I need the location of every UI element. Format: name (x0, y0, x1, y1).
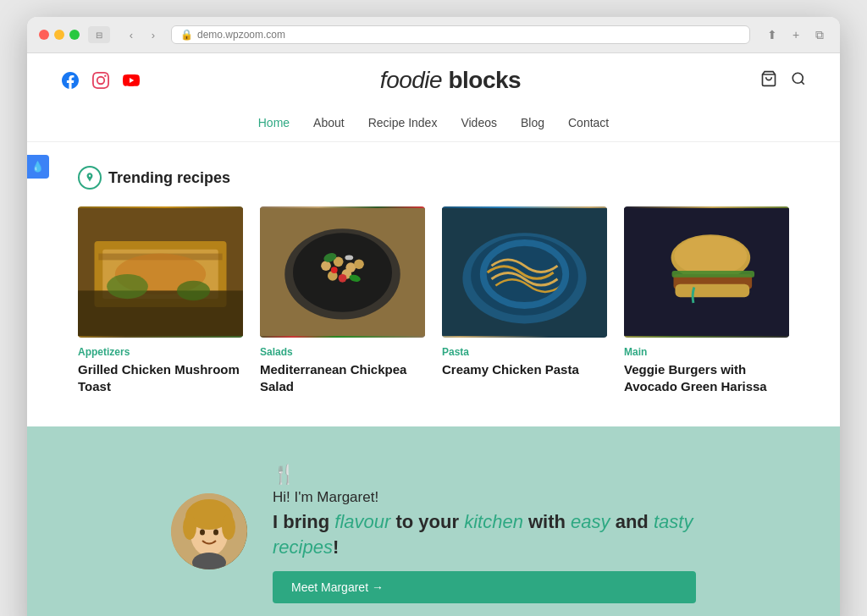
address-bar[interactable]: 🔒 demo.wpzoom.com (171, 25, 750, 44)
maximize-button[interactable] (69, 30, 80, 40)
browser-nav: ‹ › (122, 26, 163, 43)
page-content: 💧 (27, 53, 840, 616)
tagline: I bring flavour to your kitchen with eas… (273, 509, 696, 562)
recipe-image-3 (624, 206, 789, 338)
recipe-name-0: Grilled Chicken Mushroom Toast (78, 361, 243, 396)
svg-rect-8 (78, 290, 243, 336)
header-top: foodie blocks (61, 67, 806, 94)
close-button[interactable] (39, 30, 49, 40)
svg-point-14 (321, 261, 331, 271)
forward-button[interactable]: › (144, 26, 163, 43)
svg-point-1 (792, 73, 803, 83)
tagline-part4: and (610, 511, 654, 532)
nav-item-videos[interactable]: Videos (461, 114, 497, 131)
utensil-icon: 🍴 (273, 464, 295, 486)
svg-rect-33 (672, 271, 755, 278)
recipe-category-2: Pasta (442, 346, 607, 358)
main-content: Trending recipes (27, 142, 840, 426)
svg-line-2 (801, 81, 803, 84)
recipe-name-1: Mediterranean Chickpea Salad (260, 361, 425, 396)
nav-item-contact[interactable]: Contact (568, 114, 609, 131)
about-right: 🍴 Hi! I'm Margaret! I bring flavour to y… (273, 460, 696, 604)
svg-point-22 (339, 274, 347, 283)
section-title: Trending recipes (108, 169, 230, 187)
svg-point-10 (177, 281, 210, 300)
url-text: demo.wpzoom.com (197, 29, 285, 41)
tagline-part1: I bring (273, 511, 334, 532)
site-header: foodie blocks Ho (27, 53, 840, 142)
tagline-easy: easy (571, 511, 610, 532)
facebook-icon[interactable] (61, 71, 80, 90)
recipe-category-1: Salads (260, 346, 425, 358)
nav-item-home[interactable]: Home (258, 114, 290, 131)
header-actions (760, 70, 806, 91)
recipe-image-1 (260, 206, 425, 338)
trending-icon (78, 166, 102, 190)
svg-point-42 (213, 530, 218, 536)
recipe-card-2[interactable]: Pasta Creamy Chicken Pasta (442, 206, 607, 396)
svg-point-23 (331, 267, 338, 273)
recipe-card-0[interactable]: Appetizers Grilled Chicken Mushroom Toas… (78, 206, 243, 396)
nav-item-about[interactable]: About (313, 114, 345, 131)
svg-rect-34 (675, 284, 749, 298)
about-section: 🍴 Hi! I'm Margaret! I bring flavour to y… (27, 426, 840, 617)
site-title-italic: foodie (380, 67, 442, 93)
recipe-card-1[interactable]: Salads Mediterranean Chickpea Salad (260, 206, 425, 396)
social-icons (61, 71, 141, 90)
drop-icon: 💧 (31, 161, 44, 173)
section-heading: Trending recipes (78, 166, 789, 190)
minimize-button[interactable] (54, 30, 64, 40)
tagline-part2: to your (390, 511, 464, 532)
svg-point-24 (345, 256, 353, 261)
share-icon[interactable]: ⬆ (764, 26, 781, 43)
sidebar-toggle-icon[interactable]: ⊟ (88, 26, 110, 43)
instagram-icon[interactable] (91, 71, 110, 90)
svg-point-19 (354, 259, 364, 269)
svg-point-39 (183, 514, 196, 540)
avatar (171, 493, 247, 569)
recipe-grid: Appetizers Grilled Chicken Mushroom Toas… (78, 206, 789, 396)
youtube-icon[interactable] (122, 71, 141, 90)
recipe-card-3[interactable]: Main Veggie Burgers with Avocado Green H… (624, 206, 789, 396)
nav-item-recipe-index[interactable]: Recipe Index (368, 114, 438, 131)
cart-icon[interactable] (760, 70, 777, 91)
browser-titlebar: ⊟ ‹ › 🔒 demo.wpzoom.com ⬆ + ⧉ (27, 17, 840, 53)
search-icon[interactable] (791, 71, 806, 91)
recipe-category-3: Main (624, 346, 789, 358)
recipe-image-2 (442, 206, 607, 338)
svg-point-31 (674, 236, 747, 276)
svg-point-9 (107, 274, 148, 299)
svg-point-41 (200, 530, 205, 536)
back-button[interactable]: ‹ (122, 26, 141, 43)
tagline-flavour: flavour (334, 511, 390, 532)
tagline-end: ! (333, 536, 339, 558)
recipe-image-0 (78, 206, 243, 338)
recipe-name-2: Creamy Chicken Pasta (442, 361, 607, 378)
browser-actions: ⬆ + ⧉ (764, 26, 828, 43)
meet-margaret-button[interactable]: Meet Margaret → (273, 571, 696, 603)
site-title-bold: blocks (442, 67, 521, 93)
site-title: foodie blocks (380, 67, 521, 94)
about-top: 🍴 Hi! I'm Margaret! I bring flavour to y… (78, 460, 789, 604)
recipe-name-3: Veggie Burgers with Avocado Green Hariss… (624, 361, 789, 396)
tabs-icon[interactable]: ⧉ (811, 26, 828, 43)
site-nav: Home About Recipe Index Videos Blog Cont… (61, 104, 806, 141)
sidebar-widget-toggle[interactable]: 💧 (27, 155, 49, 179)
tagline-kitchen: kitchen (464, 511, 523, 532)
browser-window: ⊟ ‹ › 🔒 demo.wpzoom.com ⬆ + ⧉ 💧 (27, 17, 840, 616)
tagline-part3: with (523, 511, 571, 532)
recipe-category-0: Appetizers (78, 346, 243, 358)
new-tab-icon[interactable]: + (787, 26, 804, 43)
nav-item-blog[interactable]: Blog (521, 114, 544, 131)
svg-point-40 (222, 514, 235, 540)
traffic-lights (39, 30, 80, 40)
hi-text: Hi! I'm Margaret! (273, 489, 696, 506)
lock-icon: 🔒 (180, 29, 193, 41)
